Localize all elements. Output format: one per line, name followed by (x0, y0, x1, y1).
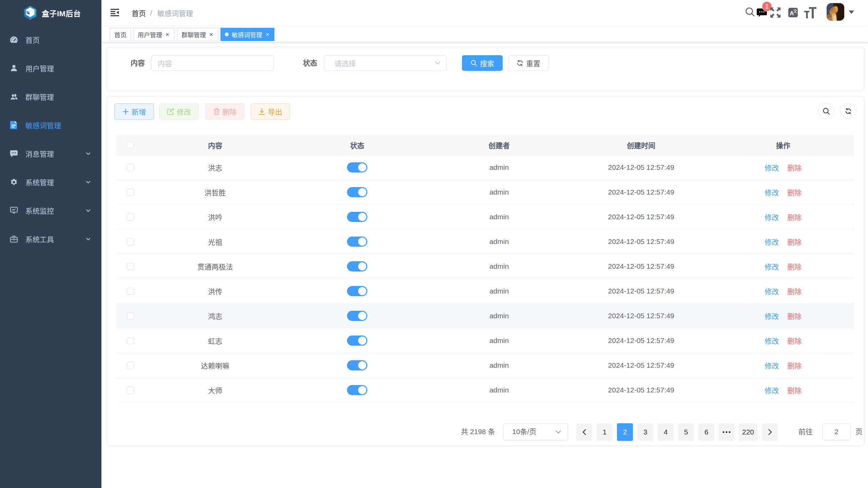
svg-text:文: 文 (793, 8, 797, 14)
